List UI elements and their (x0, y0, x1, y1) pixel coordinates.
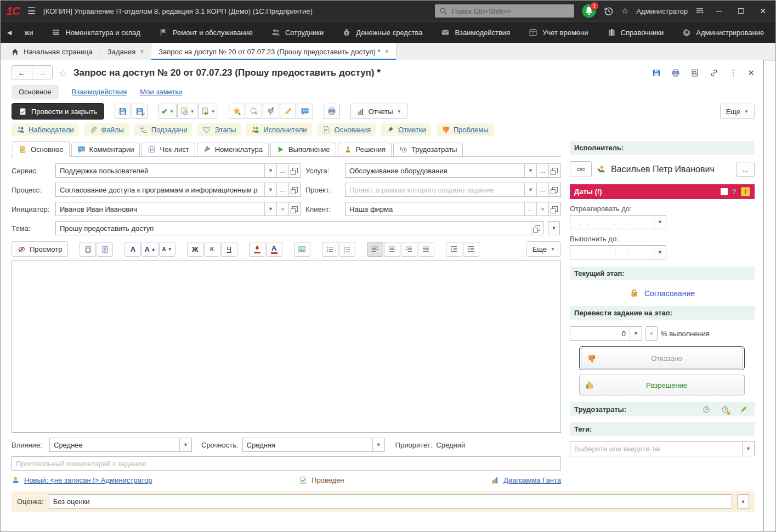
due-input[interactable] (570, 246, 654, 259)
outdent-button[interactable] (463, 242, 479, 257)
dropdown-icon[interactable]: ▼ (524, 164, 536, 177)
search-input[interactable] (451, 7, 570, 16)
open-icon[interactable] (288, 164, 301, 177)
text-color-button[interactable]: А (266, 242, 282, 257)
close-tab-icon[interactable]: × (140, 48, 144, 55)
link-problems[interactable]: Проблемы (437, 123, 494, 136)
percent-clear-icon[interactable]: × (645, 326, 658, 341)
rating-dropdown-icon[interactable]: ▼ (737, 494, 749, 509)
dropdown-icon[interactable]: ▼ (179, 438, 191, 451)
link-subtasks[interactable]: Подзадачи (134, 123, 192, 136)
initiator-input[interactable] (56, 202, 264, 216)
post-and-close-button[interactable]: Провести и закрыть (12, 103, 104, 120)
menu-item-money[interactable]: Денежные средства (333, 22, 432, 43)
tab-nomenclature[interactable]: Номенклатура (197, 143, 269, 156)
dropdown-icon[interactable]: ▼ (264, 183, 276, 196)
dropdown-icon[interactable]: ▼ (264, 202, 276, 216)
link-basis[interactable]: Основания (318, 123, 376, 136)
subject-dropdown-icon[interactable]: ▼ (548, 221, 560, 235)
link-observers[interactable]: Наблюдатели (12, 123, 79, 136)
reports-button[interactable]: Отчеты▼ (350, 104, 407, 119)
notifications-button[interactable]: 1 (582, 4, 596, 18)
link-executor-button[interactable] (570, 161, 592, 177)
close-window-button[interactable]: ✕ (756, 7, 770, 15)
save-button[interactable] (115, 104, 131, 119)
close-form-icon[interactable]: ✕ (747, 68, 755, 78)
link-files[interactable]: Файлы (84, 123, 129, 136)
info-icon[interactable]: i (741, 187, 750, 196)
editor-more-button[interactable]: Еще▼ (526, 241, 561, 257)
new-discussion-button[interactable] (246, 104, 262, 119)
dropdown-icon[interactable]: ▼ (742, 442, 754, 456)
tab-decisions[interactable]: Решения (338, 143, 392, 156)
print-icon[interactable] (671, 69, 680, 77)
edit-labor-icon[interactable] (739, 405, 748, 414)
menu-item-references[interactable]: Справочники (598, 22, 673, 43)
save-icon[interactable] (652, 69, 661, 77)
print-button[interactable] (324, 104, 340, 119)
more-choices-icon[interactable]: … (524, 202, 536, 216)
messages-button[interactable] (297, 104, 313, 119)
save-edit-button[interactable] (132, 104, 148, 119)
forward-task-button[interactable]: ▼ (198, 104, 218, 119)
add-favorite-button[interactable] (229, 104, 245, 119)
open-icon[interactable] (288, 183, 301, 196)
menu-item-interactions[interactable]: Взаимодействия (432, 22, 519, 43)
dropdown-icon[interactable]: ▼ (524, 183, 536, 196)
paste-button[interactable] (80, 242, 96, 257)
preview-button[interactable]: Просмотр (12, 241, 68, 257)
link-marks[interactable]: Отметки (381, 123, 431, 136)
postpone-button[interactable]: ▼ (177, 104, 197, 119)
state-link[interactable]: Новый: <не записан !> Администратор (24, 476, 152, 484)
menu-item-timekeeping[interactable]: Учет времени (519, 22, 597, 43)
reject-button[interactable]: Отказано (581, 348, 743, 369)
main-menu-burger-icon[interactable]: ☰ (27, 5, 36, 17)
italic-button[interactable]: K (204, 242, 220, 257)
font-bigger-button[interactable]: А▲ (141, 242, 158, 257)
rating-input[interactable] (49, 495, 732, 508)
clear-icon[interactable]: × (536, 202, 548, 216)
align-center-button[interactable] (384, 242, 400, 257)
client-input[interactable] (345, 202, 524, 216)
back-button[interactable]: ← (12, 66, 32, 80)
dropdown-icon[interactable]: ▼ (372, 438, 384, 451)
tab-home[interactable]: Начальная страница (4, 43, 100, 60)
link-stages[interactable]: Этапы (197, 123, 241, 136)
calendar-dropdown-icon[interactable]: ▼ (654, 216, 666, 229)
calendar-dropdown-icon[interactable]: ▼ (654, 246, 666, 259)
tab-main[interactable]: Основное (13, 141, 70, 157)
bullet-list-button[interactable] (322, 242, 338, 257)
tags-input[interactable] (570, 442, 742, 456)
tab-checklist[interactable]: Чек-лист (141, 143, 195, 156)
link-executors[interactable]: Исполнители (246, 123, 311, 136)
subject-input[interactable] (56, 222, 531, 235)
align-left-button[interactable] (367, 242, 383, 257)
font-smaller-button[interactable]: А▼ (159, 242, 175, 257)
post-button[interactable]: ✔▼ (158, 104, 177, 119)
forward-button[interactable]: → (32, 66, 52, 80)
more-choices-icon[interactable]: … (276, 183, 288, 196)
tab-comments[interactable]: Комментарии (71, 143, 140, 156)
close-tab-icon[interactable]: × (385, 48, 389, 55)
tab-execution[interactable]: Выполнение (270, 143, 336, 156)
font-button[interactable]: А (124, 242, 141, 257)
open-icon[interactable] (531, 222, 543, 235)
menu-item-employees[interactable]: Сотрудники (262, 22, 333, 43)
underline-button[interactable]: Ч (221, 242, 237, 257)
mailbox-button[interactable] (263, 104, 279, 119)
align-justify-button[interactable] (418, 242, 434, 257)
project-input[interactable] (345, 183, 524, 196)
menu-item-truncated[interactable]: жи (15, 22, 42, 43)
menu-item-administration[interactable]: Администрирование (673, 22, 773, 43)
process-input[interactable] (56, 183, 264, 196)
numbered-list-button[interactable] (339, 242, 355, 257)
comment-input[interactable] (12, 457, 560, 470)
minimize-button[interactable]: ─ (712, 7, 726, 15)
gantt-link[interactable]: Диаграмма Ганта (503, 476, 561, 484)
more-choices-icon[interactable]: … (536, 164, 548, 177)
more-choices-icon[interactable]: … (536, 183, 548, 196)
history-icon[interactable] (604, 6, 614, 16)
dropdown-icon[interactable]: ▼ (630, 327, 642, 340)
menu-item-nomenclature[interactable]: Номенклатура и склад (42, 22, 149, 43)
tab-access-request[interactable]: Запрос на доступ № 20 от 07.07.23 (Прошу… (151, 43, 396, 60)
